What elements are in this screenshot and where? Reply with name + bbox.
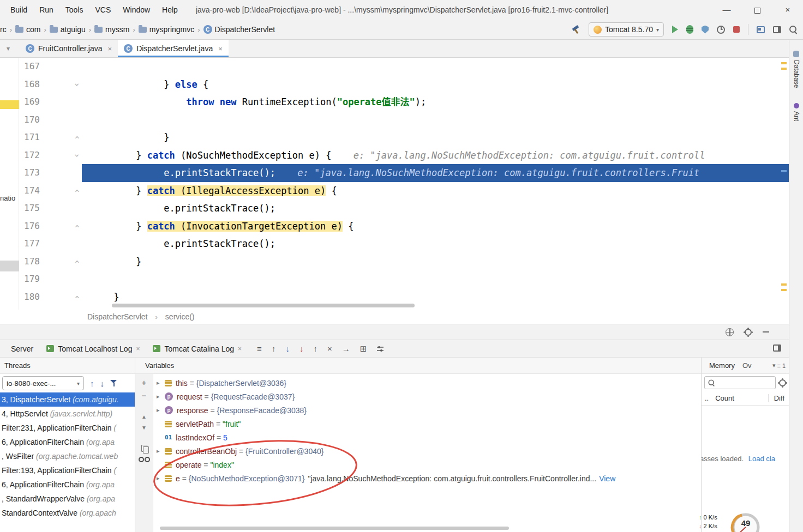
globe-icon[interactable] — [726, 328, 734, 336]
thread-selector[interactable]: io-8080-exec-... ▾ — [2, 376, 84, 390]
menu-item-help[interactable]: Help — [156, 0, 184, 20]
breadcrumb-item-myspringmvc[interactable]: myspringmvc — [139, 25, 194, 34]
stack-frame[interactable]: 6, ApplicationFilterChain (org.apa — [0, 435, 135, 449]
layout-icon[interactable] — [773, 26, 781, 33]
variable-lastIndexOf[interactable]: 01lastIndexOf = 5 — [153, 431, 701, 444]
profiler-button[interactable] — [717, 26, 725, 34]
code-text[interactable] — [82, 58, 789, 76]
variable-controllerBeanObj[interactable]: ▸controllerBeanObj = {FruitController@30… — [153, 444, 701, 458]
close-tab-icon[interactable]: × — [108, 45, 112, 53]
editor-breadcrumb-item[interactable]: service() — [165, 312, 195, 321]
debug-button[interactable] — [686, 25, 693, 34]
copy-icon[interactable] — [141, 445, 147, 452]
close-tab-icon[interactable]: × — [218, 45, 223, 53]
variable-servletPath[interactable]: servletPath = "fruit" — [153, 417, 701, 431]
breadcrumb-item-com[interactable]: com — [15, 25, 40, 34]
stack-frame[interactable]: StandardContextValve (org.apach — [0, 506, 135, 520]
load-classes-link[interactable]: Load cla — [748, 455, 775, 463]
stack-frame[interactable]: 4, HttpServlet (javax.servlet.http) — [0, 407, 135, 421]
menu-item-window[interactable]: Window — [117, 0, 156, 20]
fold-marker-icon[interactable]: › — [68, 152, 86, 159]
breadcrumb-item-myssm[interactable]: myssm — [94, 25, 129, 34]
overhead-tab[interactable]: Ov — [742, 361, 752, 370]
stack-frame[interactable]: Filter:193, ApplicationFilterChain ( — [0, 463, 135, 477]
code-text[interactable]: e.printStackTrace(); — [82, 235, 789, 253]
scroll-to-top-icon[interactable]: ↑ — [272, 344, 276, 353]
menu-item-build[interactable]: Build — [4, 0, 33, 20]
breadcrumb-item-dispatcherservlet[interactable]: CDispatcherServlet — [203, 25, 275, 34]
clear-console-icon[interactable]: × — [327, 344, 332, 353]
fold-marker-icon[interactable]: › — [68, 187, 86, 195]
variable-this[interactable]: ▸this = {DispatcherServlet@3036} — [153, 376, 701, 390]
class-column-header[interactable]: .. — [705, 394, 709, 402]
code-text[interactable]: } catch (NoSuchMethodException e) { e: "… — [82, 147, 789, 165]
horizontal-scrollbar[interactable] — [160, 527, 509, 530]
error-stripe-mark[interactable] — [781, 289, 787, 291]
add-watch-icon[interactable]: + — [142, 378, 147, 386]
tool-window-button-ant[interactable]: Ant — [793, 103, 800, 121]
gear-icon[interactable] — [745, 329, 752, 336]
menu-item-run[interactable]: Run — [33, 0, 59, 20]
maximize-button[interactable] — [742, 0, 772, 20]
expand-arrow-icon[interactable]: ▸ — [157, 393, 165, 400]
error-stripe-mark[interactable] — [781, 283, 787, 286]
stop-button[interactable] — [733, 26, 740, 33]
scroll-to-end-icon[interactable]: → — [342, 344, 350, 353]
chevron-down-icon[interactable]: ▾ — [772, 362, 776, 369]
minimize-button[interactable]: — — [711, 0, 742, 20]
memory-settings-gear-icon[interactable] — [779, 379, 786, 386]
variable-e[interactable]: ▸e = {NoSuchMethodException@3071}"java.l… — [153, 471, 701, 485]
fold-marker-icon[interactable]: › — [68, 222, 86, 230]
search-box[interactable] — [704, 376, 776, 389]
code-text[interactable]: e.printStackTrace(); e: "java.lang.NoSuc… — [82, 164, 789, 182]
diff-column-header[interactable]: Diff — [768, 394, 784, 402]
breadcrumb-item-rc[interactable]: rc — [0, 25, 7, 34]
hide-tabs-icon[interactable]: ▾ — [7, 45, 10, 52]
code-text[interactable]: } catch (IllegalAccessException e) { — [82, 182, 789, 200]
run-config-selector[interactable]: Tomcat 8.5.70 ▾ — [589, 22, 664, 37]
close-tab-icon[interactable]: × — [238, 345, 242, 353]
tool-window-button-database[interactable]: Database — [793, 51, 800, 88]
stack-frame[interactable]: 6, ApplicationFilterChain (org.apa — [0, 477, 135, 492]
stack-frame[interactable]: , StandardWrapperValve (org.apa — [0, 492, 135, 506]
variable-operate[interactable]: operate = "index" — [153, 458, 701, 471]
variable-request[interactable]: ▸prequest = {RequestFacade@3037} — [153, 390, 701, 403]
error-stripe-mark[interactable] — [781, 62, 787, 64]
down-arrow-blue-icon[interactable]: ↓ — [285, 344, 290, 353]
expand-arrow-icon[interactable]: ▸ — [157, 448, 165, 455]
stack-frame[interactable]: Filter:231, ApplicationFilterChain ( — [0, 421, 135, 435]
error-stripe-caret-mark[interactable] — [781, 170, 787, 172]
filter-settings-icon[interactable] — [376, 345, 384, 353]
fold-marker-icon[interactable]: › — [68, 293, 86, 301]
menu-item-vcs[interactable]: VCS — [89, 0, 117, 20]
grid-icon[interactable]: ⊞ — [360, 344, 367, 354]
up-arrow-icon[interactable]: ↑ — [313, 344, 317, 353]
code-text[interactable]: e.printStackTrace(); — [82, 200, 789, 217]
close-tab-icon[interactable]: × — [136, 345, 140, 353]
debug-tab-tomcat-localhost-log[interactable]: Tomcat Localhost Log× — [40, 340, 146, 357]
debug-tab-server[interactable]: Server — [4, 340, 40, 357]
layout-settings-icon[interactable] — [773, 344, 781, 352]
editor-tab-dispatcherservlet.java[interactable]: CDispatcherServlet.java× — [118, 40, 229, 57]
hide-panel-icon[interactable] — [763, 331, 769, 332]
coverage-button[interactable] — [702, 26, 709, 34]
tool-window-icon[interactable] — [757, 26, 765, 33]
breadcrumb-item-atguigu[interactable]: atguigu — [50, 25, 86, 34]
fold-marker-icon[interactable]: › — [68, 134, 86, 141]
down-arrow-icon[interactable]: ↓ — [100, 379, 105, 388]
debug-tab-tomcat-catalina-log[interactable]: Tomcat Catalina Log× — [146, 340, 248, 357]
watches-glasses-icon[interactable] — [139, 457, 150, 462]
stack-frame[interactable]: 3, DispatcherServlet (com.atguigu. — [0, 392, 135, 407]
code-editor[interactable]: 167168 } else {›169 throw new RuntimeExc… — [0, 58, 789, 310]
stack-frame[interactable]: , WsFilter (org.apache.tomcat.web — [0, 449, 135, 463]
editor-tab-fruitcontroller.java[interactable]: CFruitController.java× — [20, 40, 118, 57]
filter-icon[interactable] — [110, 380, 117, 387]
code-text[interactable]: } — [82, 253, 789, 271]
code-text[interactable]: } — [82, 129, 789, 147]
list-icon[interactable]: ≡ — [777, 362, 780, 369]
close-button[interactable]: × — [772, 0, 803, 20]
move-up-icon[interactable]: ▲ — [141, 414, 147, 420]
code-text[interactable]: } else { — [82, 76, 789, 94]
fold-marker-icon[interactable]: › — [68, 258, 86, 265]
up-arrow-icon[interactable]: ↑ — [90, 379, 94, 388]
